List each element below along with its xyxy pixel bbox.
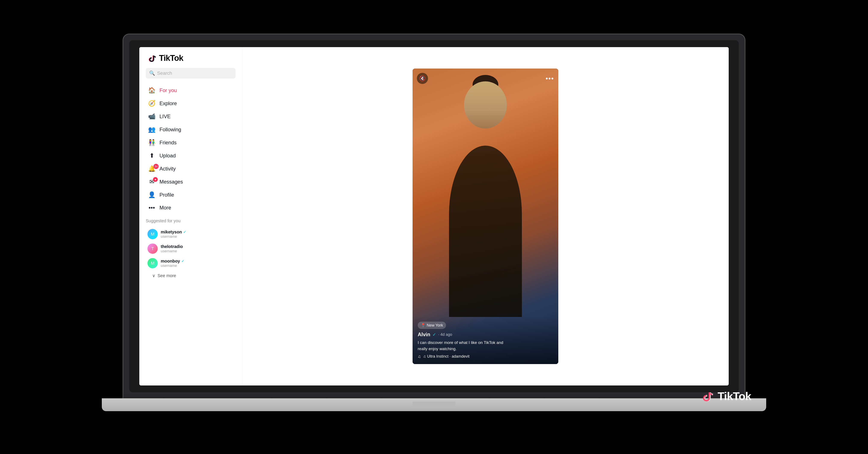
home-icon: 🏠	[148, 87, 156, 94]
laptop-screen-shell: TikTok 🔍 Search 🏠 For you	[123, 34, 745, 398]
nav-label-for-you: For you	[159, 87, 177, 93]
creator-verified-icon: ✓	[433, 332, 436, 337]
user-name-miketyson: username	[161, 234, 186, 239]
video-controls-top: 🔇 •••	[417, 73, 554, 84]
search-placeholder-text: Search	[157, 70, 172, 76]
app-logo-text: TikTok	[159, 54, 183, 63]
nav-label-friends: Friends	[159, 140, 177, 145]
main-content: 🔇 ••• 📍 New York Alvin ✓	[242, 47, 729, 386]
suggested-user-moonboy[interactable]: M moonboy ✓ username	[146, 256, 236, 270]
user-info-moonboy: moonboy ✓ username	[161, 259, 184, 268]
user-handle-miketyson: miketyson ✓	[161, 230, 186, 234]
watermark: TikTok	[702, 390, 751, 402]
suggested-user-miketyson[interactable]: M miketyson ✓ username	[146, 227, 236, 241]
user-info-miketyson: miketyson ✓ username	[161, 230, 186, 239]
location-tag: 📍 New York	[418, 322, 446, 329]
creator-info: Alvin ✓ · 4d ago	[418, 331, 553, 337]
watermark-logo-icon	[702, 390, 715, 402]
user-name-moonboy: username	[161, 264, 184, 268]
video-music: ♫ ♫ Ultra Instinct · adamdevit	[418, 354, 553, 359]
nav-item-following[interactable]: 👥 Following	[144, 123, 238, 136]
upload-icon: ⬆	[148, 152, 156, 159]
video-container[interactable]: 🔇 ••• 📍 New York Alvin ✓	[412, 68, 558, 364]
friends-icon: 👫	[148, 139, 156, 146]
creator-time: · 4d ago	[438, 332, 452, 337]
nav-label-profile: Profile	[159, 192, 174, 198]
screen-content: TikTok 🔍 Search 🏠 For you	[139, 47, 729, 386]
head-visual	[464, 82, 507, 129]
nav-label-explore: Explore	[159, 100, 177, 106]
user-handle-thelotradio: thelotradio	[161, 244, 183, 249]
nav-item-upload[interactable]: ⬆ Upload	[144, 149, 238, 162]
activity-badge: 34	[153, 164, 159, 169]
nav-item-live[interactable]: 📹 LIVE	[144, 110, 238, 123]
verified-badge-moonboy: ✓	[181, 259, 184, 263]
video-overlay-bottom: 📍 New York Alvin ✓ · 4d ago I can discov…	[412, 317, 558, 364]
chevron-down-icon: ∨	[152, 273, 155, 278]
nav-list: 🏠 For you 🧭 Explore 📹 LIVE 👥	[139, 84, 242, 214]
user-avatar-miketyson: M	[148, 229, 158, 239]
laptop-trackpad	[412, 401, 456, 408]
nav-label-messages: Messages	[159, 179, 183, 185]
nav-item-for-you[interactable]: 🏠 For you	[144, 84, 238, 97]
music-note-icon: ♫	[418, 354, 421, 359]
live-icon: 📹	[148, 113, 156, 120]
user-avatar-moonboy: M	[148, 258, 158, 268]
watermark-text: TikTok	[717, 390, 751, 402]
messages-badge: ♥	[153, 177, 158, 182]
video-caption: I can discover more of what I like on Ti…	[418, 339, 508, 352]
logo-area: TikTok	[139, 54, 242, 68]
person-visual	[449, 145, 522, 317]
mute-button[interactable]: 🔇	[417, 73, 428, 84]
nav-item-messages[interactable]: ✉ ♥ Messages	[144, 175, 238, 188]
profile-icon: 👤	[148, 191, 156, 198]
search-bar[interactable]: 🔍 Search	[146, 68, 236, 78]
nav-item-more[interactable]: ••• More	[144, 201, 238, 214]
nav-label-following: Following	[159, 127, 181, 133]
nav-item-explore[interactable]: 🧭 Explore	[144, 97, 238, 110]
search-icon: 🔍	[149, 70, 155, 76]
laptop-outer: TikTok 🔍 Search 🏠 For you	[91, 34, 777, 420]
user-handle-moonboy: moonboy ✓	[161, 259, 184, 264]
more-icon: •••	[148, 204, 156, 211]
laptop-base	[102, 398, 766, 411]
suggested-user-thelotradio[interactable]: T thelotradio username	[146, 241, 236, 256]
nav-label-upload: Upload	[159, 153, 176, 159]
user-info-thelotradio: thelotradio username	[161, 244, 183, 253]
nav-label-more: More	[159, 205, 171, 211]
nav-item-profile[interactable]: 👤 Profile	[144, 188, 238, 201]
verified-badge-miketyson: ✓	[183, 230, 186, 234]
nav-item-activity[interactable]: 🔔 34 Activity	[144, 162, 238, 175]
following-icon: 👥	[148, 126, 156, 133]
sidebar: TikTok 🔍 Search 🏠 For you	[139, 47, 242, 386]
user-avatar-thelotradio: T	[148, 244, 158, 254]
suggested-section: Suggested for you M miketyson ✓ username	[139, 214, 242, 283]
laptop-screen-bezel: TikTok 🔍 Search 🏠 For you	[129, 40, 739, 392]
nav-label-activity: Activity	[159, 166, 176, 172]
location-icon: 📍	[421, 323, 426, 328]
tiktok-logo-icon	[148, 54, 157, 63]
video-more-button[interactable]: •••	[546, 74, 554, 83]
explore-icon: 🧭	[148, 100, 156, 107]
see-more-button[interactable]: ∨ See more	[146, 270, 236, 281]
suggested-title: Suggested for you	[146, 219, 236, 223]
nav-item-friends[interactable]: 👫 Friends	[144, 136, 238, 149]
creator-name: Alvin	[418, 331, 430, 337]
user-name-thelotradio: username	[161, 249, 183, 253]
nav-label-live: LIVE	[159, 114, 170, 120]
